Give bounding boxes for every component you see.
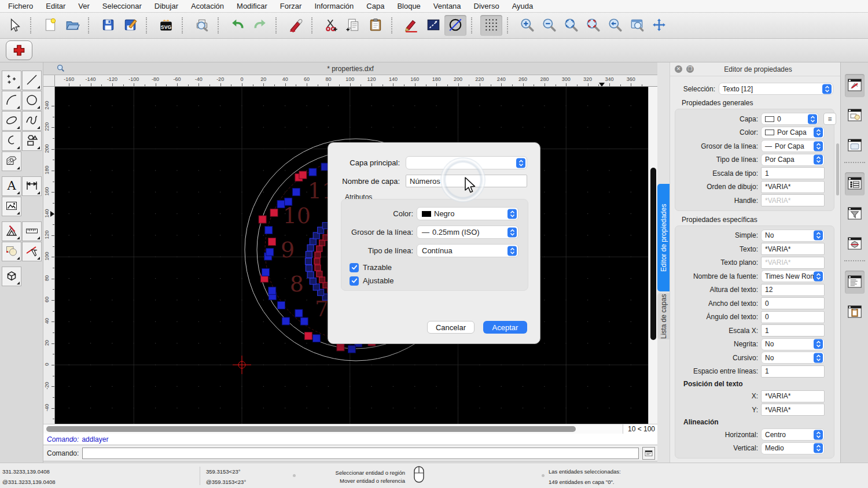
- dropdown-stepper[interactable]: [814, 443, 823, 453]
- spline-tool[interactable]: [22, 111, 42, 131]
- horizontal-scrollbar-thumb[interactable]: [46, 426, 576, 432]
- hatch-tool[interactable]: [2, 151, 21, 171]
- save-as-button[interactable]: [119, 15, 141, 36]
- layer-menu-button[interactable]: ≡: [823, 113, 836, 125]
- prop-field-orden-de-dibujo[interactable]: *VARIA*: [761, 181, 825, 193]
- dock-property-editor-button[interactable]: [845, 74, 865, 97]
- prop-field-ancho-del-texto[interactable]: 0: [761, 297, 825, 309]
- tab-layer-list[interactable]: Lista de capas: [657, 293, 670, 339]
- dropdown-stepper[interactable]: [822, 84, 832, 94]
- snappable-checkbox[interactable]: [350, 276, 359, 286]
- prop-field-escala-x[interactable]: 1: [761, 324, 825, 337]
- dropdown-stepper[interactable]: [507, 209, 517, 219]
- prop-field-x[interactable]: *VARIA*: [761, 390, 825, 402]
- color-select[interactable]: Negro: [417, 207, 518, 220]
- solid-box-tool[interactable]: [2, 267, 21, 286]
- open-folder-button[interactable]: [61, 15, 83, 36]
- circle-line-button[interactable]: [444, 15, 466, 36]
- prop-field-negrita[interactable]: No: [761, 338, 825, 350]
- prop-field-tipo-de-linea[interactable]: Por Capa: [761, 154, 825, 166]
- dock-selection-filter-button[interactable]: [845, 202, 865, 225]
- menu-modificar[interactable]: Modificar: [237, 2, 267, 10]
- paste-button[interactable]: [365, 15, 387, 36]
- dropdown-stepper[interactable]: [507, 227, 517, 237]
- boolean-shapes-tool[interactable]: [2, 242, 21, 261]
- horizontal-scrollbar[interactable]: [43, 424, 623, 434]
- shapes-tool[interactable]: [22, 131, 42, 151]
- lineweight-select[interactable]: — 0.25mm (ISO): [417, 225, 518, 239]
- prop-field-texto-plano[interactable]: *VARIA*: [761, 257, 825, 269]
- dock-layer-list-button[interactable]: [845, 172, 865, 195]
- zoom-auto-button[interactable]: [560, 15, 582, 36]
- dropdown-stepper[interactable]: [814, 353, 823, 363]
- cancel-button[interactable]: Cancelar: [427, 321, 475, 334]
- dock-block-list-button[interactable]: [845, 104, 865, 127]
- menu-diverso[interactable]: Diverso: [474, 2, 499, 10]
- new-file-button[interactable]: [39, 15, 61, 36]
- points-tool[interactable]: [2, 71, 21, 90]
- prop-field-y[interactable]: *VARIA*: [761, 404, 825, 416]
- prop-field-espacio-entre-lineas[interactable]: 1: [761, 365, 825, 378]
- prop-field-handle[interactable]: *VARIA*: [761, 194, 825, 206]
- delete-entity-button[interactable]: [285, 15, 307, 36]
- panel-scrollbar-thumb[interactable]: [836, 143, 839, 195]
- command-input[interactable]: [82, 448, 639, 459]
- draw-pencil-button[interactable]: [400, 15, 422, 36]
- dropdown-stepper[interactable]: [814, 141, 823, 151]
- prop-field-grosor-de-la-linea[interactable]: —Por Capa: [761, 140, 825, 152]
- zoom-window-button[interactable]: [626, 15, 648, 36]
- dropdown-stepper[interactable]: [507, 246, 517, 256]
- undo-button[interactable]: [227, 15, 249, 36]
- prop-field-escala-de-tipo[interactable]: 1: [761, 167, 825, 179]
- circle-tool[interactable]: [22, 91, 42, 110]
- grid-toggle-button[interactable]: [480, 15, 502, 36]
- arc-tool[interactable]: [2, 91, 21, 110]
- select-entity-tool[interactable]: [22, 242, 42, 261]
- selection-select[interactable]: Texto [12]: [719, 83, 833, 95]
- zoom-pan-button[interactable]: [648, 15, 670, 36]
- print-preview-button[interactable]: [191, 15, 213, 36]
- menu-ventana[interactable]: Ventana: [433, 2, 461, 10]
- dropdown-stepper[interactable]: [814, 128, 823, 138]
- svg-export-button[interactable]: SVG: [155, 15, 177, 36]
- zoom-previous-button[interactable]: [604, 15, 626, 36]
- dropdown-stepper[interactable]: [814, 271, 823, 281]
- menu-seleccionar[interactable]: Seleccionar: [102, 2, 142, 10]
- vertical-scrollbar-thumb[interactable]: [650, 168, 656, 340]
- menu-dibujar[interactable]: Dibujar: [155, 2, 178, 10]
- ellipse-tool[interactable]: [2, 111, 21, 131]
- prop-field-altura-del-texto[interactable]: 12: [761, 284, 825, 296]
- line-properties-button[interactable]: [422, 15, 444, 36]
- menu-acotacion[interactable]: Acotación: [191, 2, 224, 10]
- line-tool[interactable]: [22, 71, 42, 90]
- prop-field-nombre-de-la-fuente[interactable]: Times New Roma: [761, 270, 825, 282]
- prop-field-simple[interactable]: No: [761, 230, 825, 242]
- dropdown-stepper[interactable]: [814, 430, 823, 439]
- save-button[interactable]: [97, 15, 119, 36]
- plottable-checkbox[interactable]: [350, 263, 359, 272]
- menu-ver[interactable]: Ver: [78, 2, 90, 10]
- menu-forzar[interactable]: Forzar: [280, 2, 302, 10]
- prop-field-vertical[interactable]: Medio: [761, 442, 825, 454]
- cad-tools-tool[interactable]: [2, 221, 21, 241]
- copy-button[interactable]: [343, 15, 365, 36]
- measure-tool[interactable]: [22, 221, 42, 241]
- redo-button[interactable]: [249, 15, 271, 36]
- prop-field-cursivo[interactable]: No: [761, 352, 825, 364]
- menu-editar[interactable]: Editar: [46, 2, 65, 10]
- prop-field-horizontal[interactable]: Centro: [761, 428, 825, 441]
- menu-informacion[interactable]: Información: [314, 2, 354, 10]
- text-tool[interactable]: A: [2, 176, 21, 196]
- polyline-tool[interactable]: [2, 131, 21, 151]
- zoom-select-button[interactable]: [582, 15, 604, 36]
- pointer-button[interactable]: [3, 15, 25, 36]
- panel-close-icon[interactable]: ✕: [675, 65, 682, 73]
- prop-field-color[interactable]: Por Capa: [761, 127, 825, 139]
- menu-capa[interactable]: Capa: [366, 2, 384, 10]
- dimension-tool[interactable]: [22, 176, 42, 196]
- document-titlebar[interactable]: * properties.dxf: [43, 62, 657, 75]
- dropdown-stepper[interactable]: [814, 155, 823, 165]
- zoom-out-button[interactable]: [538, 15, 560, 36]
- prop-field-angulo-del-texto[interactable]: 0: [761, 311, 825, 323]
- dock-clipboard-button[interactable]: [845, 301, 865, 324]
